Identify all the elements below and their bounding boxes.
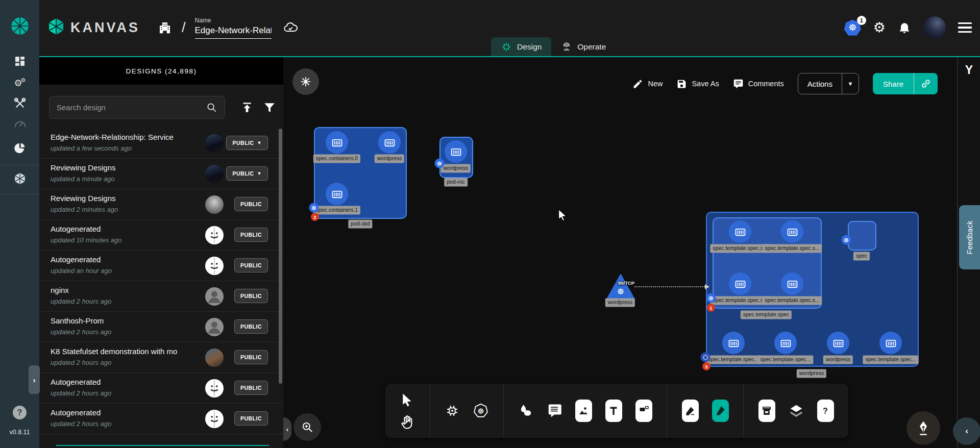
sidebar-item-kanvas[interactable]: [13, 172, 27, 186]
spec-group[interactable]: [848, 221, 876, 251]
text-tool-icon[interactable]: [605, 400, 622, 422]
copy-link-icon[interactable]: [914, 73, 938, 94]
sidebar-item-dashboard[interactable]: [13, 55, 27, 68]
hamburger-menu-icon[interactable]: [958, 22, 972, 33]
search-input[interactable]: [49, 96, 225, 119]
design-list-item[interactable]: Autogeneratedupdated 2 hours agoPUBLIC: [39, 404, 283, 434]
node-label: spec.containers.0: [313, 154, 360, 163]
visibility-badge[interactable]: PUBLIC: [234, 228, 268, 242]
media-tool-icon[interactable]: [575, 400, 592, 422]
container-node[interactable]: [781, 272, 803, 295]
design-list-item[interactable]: Reviewing Designsupdated a minute agoPUB…: [39, 159, 283, 189]
container-node[interactable]: [729, 272, 751, 295]
filter-icon[interactable]: [263, 101, 276, 114]
comment-tool-tool-icon[interactable]: [547, 403, 562, 418]
error-count-badge[interactable]: 2: [311, 213, 319, 221]
container-node[interactable]: [722, 332, 745, 354]
design-list-item[interactable]: Autogeneratedupdated an hour agoPUBLIC: [39, 251, 283, 281]
import-design-icon[interactable]: [240, 101, 254, 114]
user-avatar[interactable]: [923, 16, 946, 39]
pencil-active-tool-icon[interactable]: [712, 400, 729, 422]
wordpress-service-node[interactable]: ☸: [606, 273, 635, 299]
visibility-badge[interactable]: PUBLIC: [234, 289, 268, 303]
shapes-tool-icon[interactable]: [518, 403, 533, 418]
design-title: K8 Statefulset demonstration with mo: [51, 347, 177, 356]
kubernetes-context-button[interactable]: ☸ 1: [844, 20, 861, 36]
design-list-item[interactable]: Santhosh-Promupdated 2 hours agoPUBLIC: [39, 312, 283, 342]
design-list-item[interactable]: Reviewing Designsupdated 2 minutes agoPU…: [39, 189, 283, 220]
container-node[interactable]: [378, 131, 401, 154]
visibility-badge[interactable]: PUBLIC: [234, 258, 268, 272]
container-node[interactable]: [774, 332, 797, 354]
share-button-label: Share: [873, 73, 914, 94]
sidebar-item-extensions[interactable]: [13, 141, 27, 155]
k8s-badge-icon[interactable]: ☸: [706, 293, 716, 303]
settings-gear-icon[interactable]: ⚙: [873, 21, 886, 35]
k8s-badge-icon[interactable]: ☸: [309, 203, 319, 213]
sidebar-expand-handle[interactable]: ›: [29, 365, 40, 394]
share-split-button[interactable]: Share: [873, 73, 938, 94]
container-node[interactable]: [781, 220, 803, 243]
new-button[interactable]: New: [632, 79, 663, 89]
right-rail-collapse-button[interactable]: ‹: [953, 417, 980, 445]
design-name-input[interactable]: [195, 26, 272, 39]
panel-collapse-handle[interactable]: ‹: [283, 417, 291, 441]
help-tool-tool-icon[interactable]: ?: [817, 400, 834, 422]
hex-badge-icon[interactable]: [701, 353, 710, 362]
visibility-badge[interactable]: PUBLIC: [234, 197, 268, 211]
drawer-tool-icon[interactable]: [758, 400, 775, 422]
container-node[interactable]: [326, 183, 348, 205]
visibility-badge[interactable]: PUBLIC: [234, 319, 268, 334]
visibility-badge[interactable]: PUBLIC: [234, 350, 268, 364]
save-as-button[interactable]: Save As: [676, 79, 719, 89]
dock-panel-icon[interactable]: Y: [958, 63, 980, 77]
organization-icon[interactable]: [157, 20, 173, 35]
tab-design[interactable]: Design: [491, 37, 551, 56]
container-node[interactable]: [445, 140, 467, 163]
visibility-badge[interactable]: PUBLIC: [234, 411, 268, 426]
container-node[interactable]: [326, 131, 348, 154]
design-list-item[interactable]: Edge-Network-Relationship: Serviceupdate…: [39, 128, 283, 159]
node-label: spec.template.spec.s...: [762, 296, 822, 305]
layers-tool-icon[interactable]: [789, 403, 804, 418]
error-count-badge[interactable]: 1: [707, 304, 715, 312]
canvas[interactable]: NewSave AsCommentsActions▼Share ☸80/TCPs…: [283, 57, 957, 448]
sidebar-item-configuration[interactable]: [13, 97, 27, 111]
meshsync-snowflake-button[interactable]: [292, 68, 319, 95]
node-label: wordpress: [375, 154, 404, 163]
kubernetes-tool-icon[interactable]: ☸: [473, 403, 488, 418]
error-count-badge[interactable]: 3: [702, 362, 710, 370]
visibility-badge[interactable]: PUBLIC▼: [226, 136, 268, 150]
container-node[interactable]: [879, 332, 902, 354]
design-list-item[interactable]: nginxupdated 2 hours agoPUBLIC: [39, 281, 283, 312]
meshery-logo-icon[interactable]: [10, 16, 30, 36]
actions-split-button[interactable]: Actions▼: [798, 73, 859, 94]
network-tool-icon[interactable]: [445, 403, 460, 418]
pen-tool-icon[interactable]: [682, 400, 699, 422]
feedback-tab[interactable]: Feedback: [959, 205, 980, 269]
k8s-badge-icon[interactable]: ☸: [435, 159, 445, 168]
tab-operate[interactable]: Operate: [551, 37, 616, 56]
sidebar-item-lifecycle[interactable]: ⚙⚙: [13, 76, 27, 90]
pen-tool-button[interactable]: [906, 411, 940, 445]
design-list-item[interactable]: Autogeneratedupdated 2 hours agoPUBLIC: [39, 373, 283, 404]
action-label: New: [648, 80, 663, 88]
cursor-tool-icon[interactable]: [400, 392, 415, 408]
visibility-badge[interactable]: PUBLIC: [234, 381, 268, 395]
designs-scrollbar[interactable]: [279, 129, 282, 384]
container-node[interactable]: [827, 332, 849, 354]
k8s-badge-icon[interactable]: ☸: [842, 235, 851, 245]
hand-tool-icon[interactable]: [400, 414, 415, 430]
sidebar-item-performance[interactable]: [13, 117, 27, 131]
design-list-item[interactable]: K8 Statefulset demonstration with moupda…: [39, 342, 283, 373]
visibility-badge[interactable]: PUBLIC▼: [226, 166, 268, 181]
app-sidebar: ⚙⚙ › ? v0.8.11: [0, 0, 39, 448]
zoom-in-button[interactable]: [293, 413, 321, 441]
container-node[interactable]: [729, 220, 751, 243]
notifications-bell-icon[interactable]: [898, 21, 911, 34]
comments-button[interactable]: Comments: [733, 79, 784, 89]
note-tool-icon[interactable]: [635, 400, 652, 422]
chevron-down-icon[interactable]: ▼: [842, 73, 859, 94]
help-icon[interactable]: ?: [13, 406, 27, 419]
design-list-item[interactable]: Autogeneratedupdated 10 minutes agoPUBLI…: [39, 220, 283, 251]
